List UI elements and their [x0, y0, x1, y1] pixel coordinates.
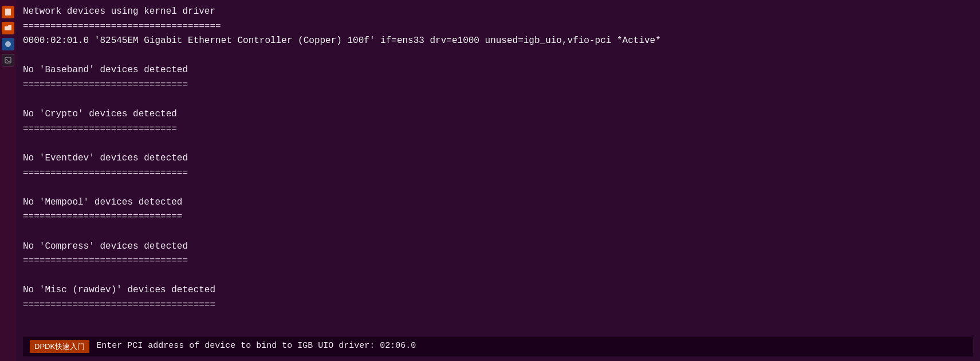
- sidebar: [0, 0, 16, 361]
- svg-rect-0: [5, 9, 11, 15]
- terminal-content: Network devices using kernel driver=====…: [23, 5, 973, 336]
- terminal-line: 0000:02:01.0 '82545EM Gigabit Ethernet C…: [23, 34, 973, 49]
- terminal-line: =============================: [23, 210, 973, 225]
- terminal-line: No 'Compress' devices detected: [23, 240, 973, 254]
- sidebar-icon-4[interactable]: [2, 54, 14, 66]
- svg-point-1: [5, 41, 11, 47]
- terminal-line: No 'Misc (rawdev)' devices detected: [23, 283, 973, 298]
- bottom-prompt: Enter PCI address of device to bind to I…: [96, 340, 416, 353]
- terminal-line: [23, 93, 973, 108]
- terminal-line: Network devices using kernel driver: [23, 5, 973, 19]
- terminal-line: ==============================: [23, 166, 973, 181]
- bottom-bar: DPDK快速入门 Enter PCI address of device to …: [23, 336, 973, 356]
- svg-rect-2: [5, 57, 11, 63]
- terminal-line: No 'Baseband' devices detected: [23, 63, 973, 78]
- dpdk-label: DPDK快速入门: [30, 340, 89, 354]
- terminal-line: No 'Mempool' devices detected: [23, 195, 973, 210]
- terminal-line: [23, 49, 973, 64]
- sidebar-icon-3[interactable]: [2, 38, 14, 50]
- terminal-line: [23, 269, 973, 284]
- sidebar-icon-2[interactable]: [2, 22, 14, 34]
- terminal-line: [23, 225, 973, 240]
- terminal-line: No 'Eventdev' devices detected: [23, 151, 973, 166]
- terminal-line: [23, 136, 973, 151]
- terminal-area: Network devices using kernel driver=====…: [16, 0, 980, 361]
- terminal-line: [23, 180, 973, 195]
- terminal-line: ===================================: [23, 298, 973, 313]
- sidebar-icon-1[interactable]: [2, 6, 14, 18]
- terminal-line: ==============================: [23, 78, 973, 93]
- terminal-line: ==============================: [23, 254, 973, 269]
- terminal-line: ============================: [23, 122, 973, 137]
- terminal-line: No 'Crypto' devices detected: [23, 107, 973, 122]
- terminal-line: ====================================: [23, 19, 973, 34]
